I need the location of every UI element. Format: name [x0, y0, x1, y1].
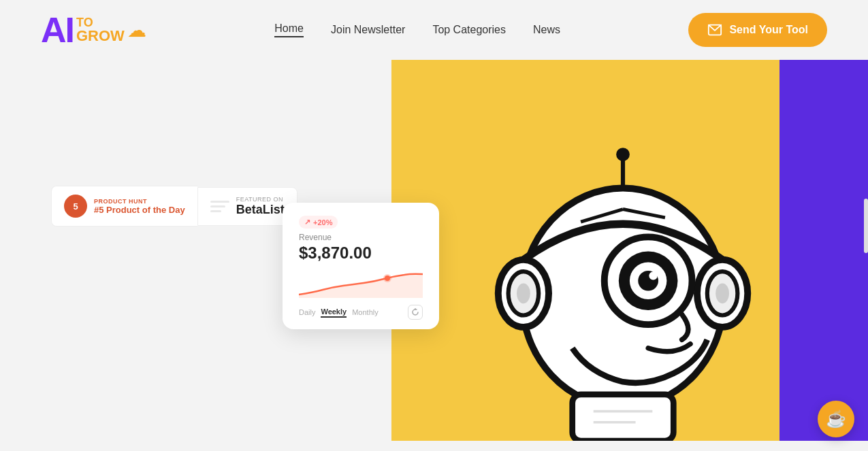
nav-top-categories[interactable]: Top Categories — [432, 24, 506, 36]
coffee-icon: ☕ — [826, 410, 846, 429]
scrollbar[interactable] — [864, 199, 868, 253]
nav-join-newsletter[interactable]: Join Newsletter — [331, 24, 405, 36]
revenue-refresh-button[interactable] — [408, 305, 423, 320]
svg-point-17 — [616, 148, 630, 161]
buy-me-coffee-button[interactable]: ☕ — [818, 401, 854, 437]
revenue-trend-icon: ↗ — [304, 218, 310, 227]
product-hunt-text: PRODUCT HUNT #5 Product of the Day — [94, 198, 185, 215]
badges-container: 5 PRODUCT HUNT #5 Product of the Day FEA… — [51, 186, 298, 227]
revenue-chart — [299, 271, 423, 298]
revenue-badge: ↗ +20% — [299, 216, 338, 229]
logo-grow-text: GROW — [76, 29, 125, 44]
revenue-tab-daily[interactable]: Daily — [299, 308, 315, 316]
header: AI TO GROW ☁ Home Join Newsletter Top Ca… — [0, 0, 868, 60]
betalist-label: FEATURED ON — [236, 196, 285, 203]
robot-illustration — [446, 87, 800, 441]
betalist-text: FEATURED ON BetaList — [236, 196, 285, 217]
product-hunt-value: #5 Product of the Day — [94, 205, 185, 215]
cta-label: Send Your Tool — [729, 24, 808, 36]
logo[interactable]: AI TO GROW ☁ — [41, 12, 146, 48]
refresh-icon — [411, 308, 419, 316]
send-your-tool-button[interactable]: Send Your Tool — [688, 13, 827, 47]
revenue-amount: $3,870.00 — [299, 244, 423, 263]
hero-image-area — [391, 60, 868, 441]
robot-container — [425, 60, 820, 441]
product-hunt-label: PRODUCT HUNT — [94, 198, 185, 205]
logo-ai: AI — [41, 12, 74, 48]
betalist-value: BetaList — [236, 203, 285, 217]
nav-home[interactable]: Home — [274, 22, 304, 37]
product-hunt-badge[interactable]: 5 PRODUCT HUNT #5 Product of the Day — [51, 186, 197, 227]
mail-icon — [707, 22, 722, 37]
svg-point-5 — [517, 283, 530, 303]
cloud-icon: ☁ — [127, 19, 146, 41]
revenue-label: Revenue — [299, 233, 423, 242]
svg-point-8 — [716, 283, 729, 303]
svg-rect-18 — [573, 395, 674, 441]
revenue-tab-weekly[interactable]: Weekly — [321, 307, 347, 318]
svg-point-22 — [383, 274, 391, 282]
revenue-tabs: Daily Weekly Monthly — [299, 305, 423, 320]
nav-news[interactable]: News — [533, 24, 560, 36]
main-content: 5 PRODUCT HUNT #5 Product of the Day FEA… — [0, 60, 868, 441]
revenue-tab-monthly[interactable]: Monthly — [352, 308, 379, 316]
main-nav: Home Join Newsletter Top Categories News — [274, 22, 560, 37]
svg-point-13 — [649, 271, 657, 280]
revenue-badge-value: +20% — [313, 218, 332, 227]
betalist-icon — [210, 199, 229, 214]
product-hunt-icon: 5 — [64, 195, 87, 218]
logo-text-right: TO GROW — [76, 16, 125, 44]
revenue-card: ↗ +20% Revenue $3,870.00 Daily Weekly Mo… — [283, 203, 439, 329]
